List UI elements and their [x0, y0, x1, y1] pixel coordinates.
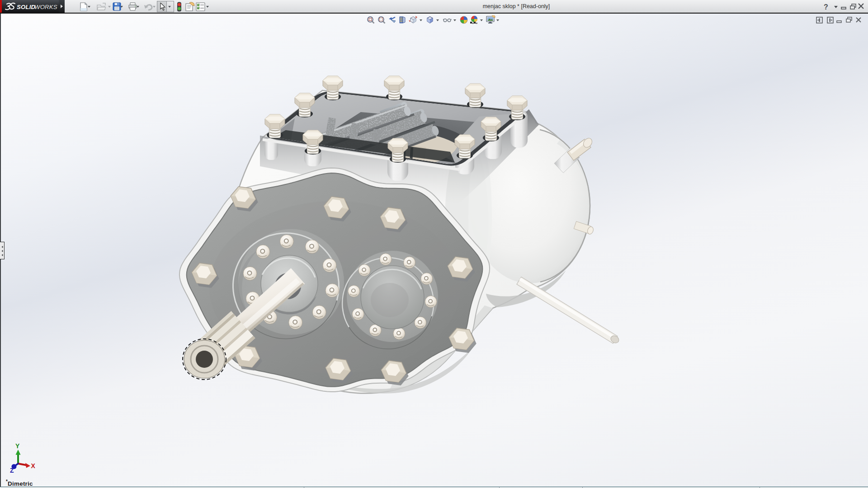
svg-text:SOLID: SOLID — [17, 4, 36, 10]
svg-text:Z: Z — [10, 467, 14, 474]
svg-text:X: X — [31, 462, 36, 469]
svg-text:Y: Y — [15, 442, 20, 450]
svg-text:WORKS: WORKS — [34, 4, 57, 10]
svg-text:?: ? — [824, 3, 828, 11]
